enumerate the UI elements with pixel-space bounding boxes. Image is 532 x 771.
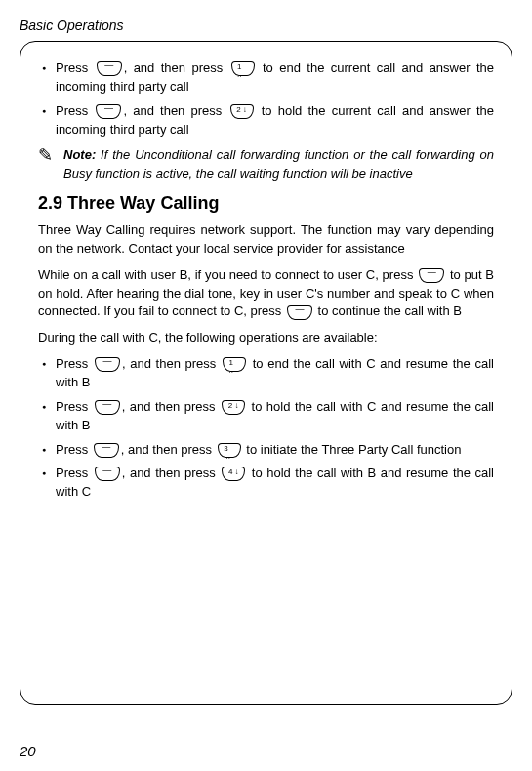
text-span: Press: [56, 356, 93, 371]
softkey-icon: [94, 443, 119, 458]
key-4-icon: 4 ↓: [222, 467, 245, 481]
softkey-icon: [287, 305, 312, 320]
key-label: 1 ..: [237, 63, 248, 79]
softkey-icon: [95, 400, 120, 415]
key-label: 2 ↓: [236, 106, 247, 114]
bullet-text: Press , and then press 3 ... to initiate…: [56, 441, 494, 460]
text-span: , and then press: [124, 61, 229, 75]
header-title: Basic Operations: [20, 18, 512, 33]
text-span: , and then press: [123, 103, 227, 118]
paragraph: During the call with C, the following op…: [38, 329, 494, 347]
section-heading: 2.9 Three Way Calling: [38, 193, 494, 214]
key-2-icon: 2 ↓: [230, 104, 254, 119]
page-number: 20: [20, 743, 36, 759]
softkey-icon: [96, 104, 121, 119]
key-label: 2 ↓: [228, 402, 239, 410]
key-1-icon: 1 ..: [223, 357, 246, 372]
bullet-item: Press , and then press 2 ↓ to hold the c…: [38, 102, 494, 140]
softkey-icon: [95, 357, 120, 372]
text-span: to initiate the Three Party Call functio…: [243, 442, 462, 457]
note-text: Note: If the Unconditional call forwardi…: [63, 146, 494, 183]
text-span: , and then press: [121, 442, 216, 457]
text-span: , and then press: [122, 356, 221, 371]
key-label: 4 ↓: [228, 468, 239, 476]
text-span: Press: [56, 103, 94, 118]
text-span: Press: [56, 442, 92, 457]
key-1-icon: 1 ..: [231, 61, 255, 76]
text-span: Press: [56, 466, 93, 480]
text-span: While on a call with user B, if you need…: [38, 267, 417, 282]
note-block: ✎ Note: If the Unconditional call forwar…: [38, 146, 494, 183]
text-span: , and then press: [122, 466, 221, 480]
bullet-text: Press , and then press 4 ↓ to hold the c…: [56, 465, 494, 502]
bullet-dot-icon: [38, 441, 56, 460]
softkey-icon: [419, 268, 444, 283]
text-span: Press: [56, 399, 93, 414]
bullet-item: Press , and then press 1 .. to end the c…: [38, 60, 494, 97]
note-label: Note:: [63, 147, 96, 162]
bullet-text: Press , and then press 2 ↓ to hold the c…: [56, 102, 494, 140]
text-span: to hold the current call and answer the …: [56, 103, 494, 137]
bullet-item: Press , and then press 1 .. to end the c…: [38, 355, 494, 392]
bullet-item: Press , and then press 3 ... to initiate…: [38, 441, 494, 460]
bullet-dot-icon: [38, 102, 56, 140]
text-span: to continue the call with B: [314, 304, 462, 318]
text-span: Press: [56, 61, 95, 75]
note-icon: ✎: [38, 146, 63, 183]
bullet-item: Press , and then press 2 ↓ to hold the c…: [38, 398, 494, 435]
bullet-dot-icon: [38, 398, 56, 435]
page-container: Basic Operations Press , and then press …: [0, 0, 532, 714]
text-span: , and then press: [122, 399, 220, 414]
key-2-icon: 2 ↓: [222, 400, 245, 415]
bullet-text: Press , and then press 2 ↓ to hold the c…: [56, 398, 494, 435]
key-3-icon: 3 ...: [218, 443, 241, 458]
bullet-text: Press , and then press 1 .. to end the c…: [56, 355, 494, 392]
bullet-dot-icon: [38, 60, 56, 97]
bullet-dot-icon: [38, 355, 56, 392]
key-label: 3 ...: [224, 445, 234, 461]
paragraph: While on a call with user B, if you need…: [38, 266, 494, 322]
content-box: Press , and then press 1 .. to end the c…: [20, 41, 512, 705]
key-label: 1 ..: [229, 359, 240, 375]
bullet-item: Press , and then press 4 ↓ to hold the c…: [38, 465, 494, 502]
softkey-icon: [97, 61, 122, 76]
note-body: If the Unconditional call forwarding fun…: [63, 147, 494, 181]
bullet-text: Press , and then press 1 .. to end the c…: [56, 60, 494, 97]
bullet-dot-icon: [38, 465, 56, 502]
softkey-icon: [95, 467, 120, 481]
paragraph: Three Way Calling requires network suppo…: [38, 222, 494, 259]
